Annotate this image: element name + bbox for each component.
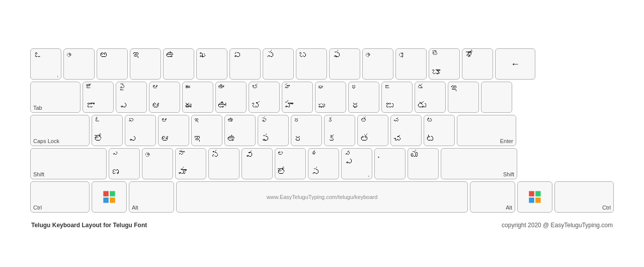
key-v[interactable]: న: [208, 148, 239, 179]
key-shift-left[interactable]: Shift: [30, 148, 107, 179]
key-1[interactable]: ం: [63, 48, 95, 80]
footer-description: Layout for Telugu Font: [82, 222, 147, 229]
key-6[interactable]: ఏ: [229, 48, 261, 80]
svg-rect-3: [110, 197, 115, 203]
key-s[interactable]: ఏ ఎ: [125, 115, 156, 146]
key-bracket[interactable]: శో: [462, 48, 493, 80]
footer-left: Telugu Keyboard Layout for Telugu Font: [31, 222, 147, 229]
key-k[interactable]: క క: [324, 115, 355, 146]
key-q[interactable]: జో జా: [83, 82, 114, 113]
svg-rect-0: [103, 191, 109, 196]
key-7[interactable]: స: [263, 48, 294, 80]
key-win-left[interactable]: [92, 181, 127, 213]
key-space[interactable]: www.EasyTeluguTyping.com/telugu/keyboard: [176, 181, 468, 213]
key-slash[interactable]: య: [408, 148, 439, 179]
key-open-bracket[interactable]: డ డు: [415, 82, 446, 113]
key-semicolon[interactable]: చ చ: [390, 115, 422, 146]
key-0[interactable]: ం: [362, 48, 393, 80]
key-o[interactable]: ధ ధ: [348, 82, 379, 113]
key-n[interactable]: ల లో: [275, 148, 306, 179]
key-i[interactable]: ఘ ఘ: [315, 82, 346, 113]
key-close-bracket[interactable]: ఇ: [448, 82, 479, 113]
key-p[interactable]: జ జు: [381, 82, 413, 113]
key-tab[interactable]: Tab: [30, 82, 80, 113]
key-ctrl-right[interactable]: Ctrl: [554, 181, 614, 213]
key-d[interactable]: ఆ ఆ: [158, 115, 189, 146]
key-shift-right[interactable]: Shift: [441, 148, 517, 179]
row-3: Caps Lock ఓ లో ఏ ఎ ఆ ఆ ఇ ఇ ఉ ఉ ఫ ఫ ర ర: [30, 115, 614, 146]
key-8[interactable]: బ: [296, 48, 327, 80]
key-y[interactable]: భ భ: [249, 82, 280, 113]
key-ctrl-left[interactable]: Ctrl: [30, 181, 90, 213]
key-w[interactable]: ఎై ఎ: [116, 82, 147, 113]
key-a[interactable]: ఓ లో: [92, 115, 123, 146]
footer-copyright: copyright 2020 @ EasyTeluguTyping.com: [502, 222, 613, 229]
svg-rect-7: [535, 197, 541, 203]
key-5[interactable]: ఖ: [196, 48, 227, 80]
key-c[interactable]: నా మా: [175, 148, 206, 179]
key-u[interactable]: హ హా: [282, 82, 313, 113]
svg-rect-4: [529, 191, 534, 196]
key-4[interactable]: ఉ: [163, 48, 194, 80]
key-t[interactable]: ఊ ఊ: [215, 82, 247, 113]
key-alt-left[interactable]: Alt: [129, 181, 174, 213]
key-x[interactable]: ం: [142, 148, 173, 179]
row-2: Tab జో జా ఎై ఎ ఆ ఆ ఈ ఈ ఊ ఊ భ భ హ హా: [30, 82, 614, 113]
key-l[interactable]: త త: [357, 115, 388, 146]
svg-rect-6: [529, 197, 534, 203]
key-backslash[interactable]: [481, 82, 512, 113]
space-url: www.EasyTeluguTyping.com/telugu/keyboard: [267, 194, 378, 200]
key-f[interactable]: ఇ ఇ: [191, 115, 222, 146]
key-9[interactable]: ఫ: [329, 48, 360, 80]
svg-rect-2: [103, 197, 109, 203]
row-4: Shift ఎ ణ ం నా మా న వ ల లో శ స వ ఎ ,: [30, 148, 614, 179]
windows-icon-right: [528, 190, 542, 204]
key-m[interactable]: శ స: [308, 148, 339, 179]
key-period[interactable]: .: [374, 148, 406, 179]
windows-icon: [102, 190, 116, 204]
key-quote[interactable]: ట ట: [424, 115, 455, 146]
key-h[interactable]: ఫ ఫ: [258, 115, 289, 146]
key-r[interactable]: ఈ ఈ: [182, 82, 213, 113]
key-alt-right[interactable]: Alt: [470, 181, 515, 213]
row-5: Ctrl Alt www.EasyTeluguTyping.com/telugu…: [30, 181, 614, 213]
key-z[interactable]: ఎ ణ: [109, 148, 140, 179]
row-1: ఒ , ం అ ఇ ఉ ఖ ఏ స బ ఫ ం ః బొ బూ శో ←: [30, 48, 614, 80]
key-j[interactable]: ర ర: [291, 115, 322, 146]
footer-brand: Telugu Keyboard: [31, 222, 80, 229]
key-backtick[interactable]: ఒ ,: [30, 48, 61, 80]
keyboard-wrapper: ఒ , ం అ ఇ ఉ ఖ ఏ స బ ఫ ం ః బొ బూ శో ← Tab…: [0, 38, 644, 220]
key-caps-lock[interactable]: Caps Lock: [30, 115, 90, 146]
footer: Telugu Keyboard Layout for Telugu Font c…: [0, 220, 644, 229]
key-b[interactable]: వ: [242, 148, 273, 179]
key-2[interactable]: అ: [97, 48, 128, 80]
key-e[interactable]: ఆ ఆ: [149, 82, 180, 113]
key-g[interactable]: ఉ ఉ: [224, 115, 256, 146]
key-3[interactable]: ఇ: [130, 48, 161, 80]
key-comma[interactable]: వ ఎ ,: [341, 148, 372, 179]
svg-rect-5: [535, 191, 541, 196]
key-backspace[interactable]: ←: [495, 48, 535, 80]
key-enter[interactable]: Enter: [457, 115, 516, 146]
key-equal[interactable]: బొ బూ: [429, 48, 460, 80]
key-win-right[interactable]: [517, 181, 552, 213]
key-minus[interactable]: ః: [395, 48, 427, 80]
svg-rect-1: [110, 191, 115, 196]
